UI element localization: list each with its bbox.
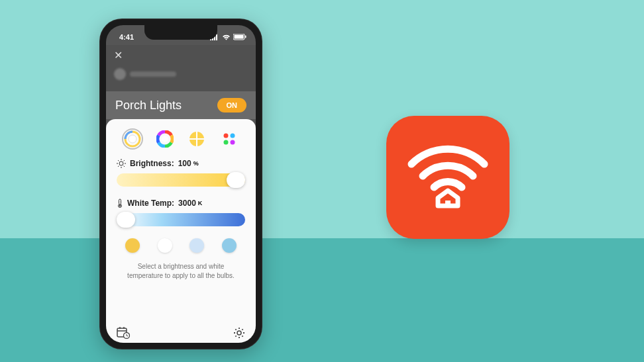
preset-warm[interactable] [125, 238, 140, 253]
background-content [114, 68, 248, 80]
svg-point-8 [129, 135, 136, 143]
brightness-value: 100 [178, 159, 191, 168]
mode-presets[interactable] [219, 128, 240, 150]
wifi-icon [222, 34, 231, 40]
svg-point-24 [119, 161, 123, 165]
brightness-thumb[interactable] [227, 172, 245, 188]
svg-rect-5 [235, 35, 244, 39]
brightness-unit: % [193, 160, 199, 167]
thermometer-icon [117, 199, 123, 208]
temp-thumb[interactable] [117, 212, 135, 228]
svg-point-22 [223, 140, 228, 145]
device-header: Porch Lights ON [106, 91, 256, 119]
temp-value: 3000 [178, 199, 196, 208]
preset-white[interactable] [158, 238, 172, 253]
mode-color[interactable] [154, 128, 176, 150]
temp-slider[interactable] [117, 213, 245, 226]
device-title: Porch Lights [115, 99, 182, 113]
battery-icon [233, 34, 246, 40]
temp-label: White Temp: [127, 199, 174, 208]
svg-point-35 [119, 205, 121, 207]
brightness-label: Brightness: [130, 159, 174, 168]
svg-rect-3 [216, 34, 217, 40]
svg-line-49 [242, 336, 242, 336]
svg-point-43 [237, 331, 241, 335]
gear-icon[interactable] [233, 327, 245, 339]
power-toggle[interactable]: ON [217, 98, 247, 113]
mode-tabs [117, 128, 245, 150]
modal-backdrop: ✕ [106, 45, 256, 91]
brightness-slider[interactable] [117, 173, 245, 187]
mode-scenes[interactable] [186, 128, 207, 150]
brightness-icon [117, 159, 126, 168]
temp-unit: K [198, 200, 203, 206]
svg-rect-33 [119, 199, 121, 204]
help-text: Select a brightness and white temperatur… [117, 262, 245, 280]
svg-line-32 [124, 160, 125, 161]
phone-screen: 4:41 ✕ Porch Lights ON [106, 25, 256, 343]
svg-line-48 [235, 329, 236, 330]
app-icon [386, 116, 510, 239]
preset-cool[interactable] [189, 238, 204, 253]
background-bottom [0, 238, 644, 362]
svg-line-51 [242, 329, 242, 330]
card-footer [106, 327, 256, 339]
svg-point-16 [162, 136, 168, 142]
status-time: 4:41 [119, 33, 134, 41]
svg-point-23 [230, 140, 235, 145]
preset-blue[interactable] [222, 238, 237, 253]
close-icon[interactable]: ✕ [114, 50, 123, 61]
svg-line-50 [235, 336, 236, 336]
preset-row [117, 238, 245, 253]
svg-line-29 [118, 160, 119, 161]
controls-card: Brightness: 100% White Temp: 3000K Selec… [106, 119, 256, 343]
notch [144, 25, 217, 40]
schedule-icon[interactable] [117, 327, 130, 339]
svg-rect-52 [445, 201, 451, 206]
svg-point-20 [223, 134, 228, 138]
svg-line-31 [118, 166, 119, 167]
svg-rect-6 [245, 36, 246, 38]
background-top [0, 0, 644, 238]
svg-line-30 [124, 166, 125, 167]
phone-frame: 4:41 ✕ Porch Lights ON [99, 19, 262, 349]
brightness-label-row: Brightness: 100% [117, 159, 245, 168]
mode-white-temp[interactable] [122, 128, 143, 150]
svg-rect-19 [189, 138, 204, 140]
wifi-house-icon [398, 128, 498, 227]
svg-point-21 [230, 134, 235, 138]
temp-label-row: White Temp: 3000K [117, 199, 245, 208]
